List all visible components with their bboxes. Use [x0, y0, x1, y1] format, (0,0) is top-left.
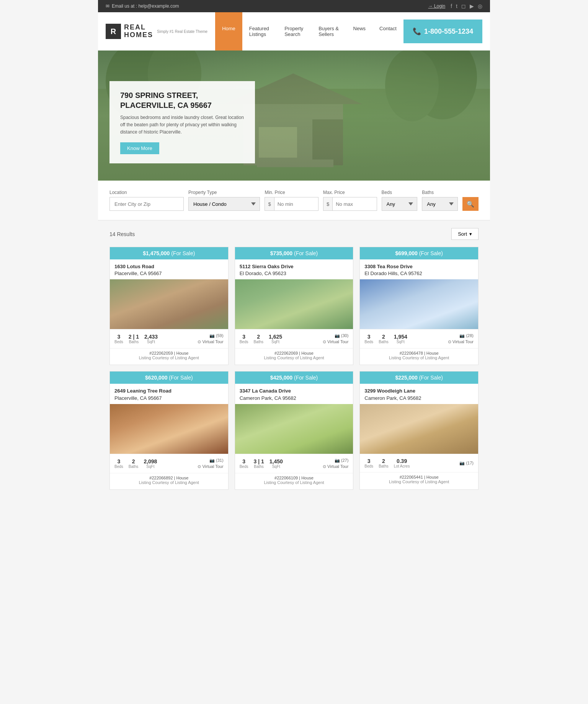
brand-name: REALHOMES	[124, 24, 153, 39]
listing-card[interactable]: $699,000 (For Sale) 3308 Tea Rose Drive …	[359, 247, 479, 365]
results-section: 14 Results Sort ▾ $1,475,000 (For Sale) …	[98, 220, 490, 497]
instagram-icon[interactable]: ◻	[461, 3, 466, 9]
photos-stat: 📷 (30) ⊙ Virtual Tour	[323, 333, 348, 344]
max-price-input[interactable]	[333, 197, 376, 210]
email-text: Email us at : help@example.com	[112, 3, 179, 9]
login-icon: →	[428, 3, 433, 9]
listing-city: El Dorado Hills, CA 95762	[364, 271, 422, 276]
beds-stat: 3 Beds	[114, 458, 123, 469]
results-header: 14 Results Sort ▾	[109, 228, 479, 240]
nav-property-search[interactable]: Property Search	[278, 12, 312, 51]
virtual-tour-icon: ⊙	[323, 464, 326, 469]
listing-meta: #222066478 | House Listing Courtesy of L…	[360, 348, 478, 365]
beds-label: Beds	[114, 464, 123, 469]
baths-stat: 2 Baths	[129, 458, 139, 469]
listing-meta: #222065441 | House Listing Courtesy of L…	[360, 472, 478, 489]
listing-courtesy: Listing Courtesy of Listing Agent	[240, 480, 349, 485]
sqft-label: SqFt	[270, 464, 283, 469]
photos-stat: 📷 (17)	[459, 461, 474, 466]
svg-rect-7	[312, 119, 343, 165]
nav-home[interactable]: Home	[215, 12, 242, 51]
logo-icon: R	[106, 24, 121, 39]
listing-meta: #222066892 | House Listing Courtesy of L…	[110, 473, 228, 489]
phone-icon: 📞	[413, 27, 421, 36]
location-field: Location	[109, 190, 184, 211]
sqft-value: 2,098	[144, 458, 157, 464]
baths-value: 2 | 1	[129, 334, 139, 340]
sort-button[interactable]: Sort ▾	[451, 228, 479, 240]
listing-price: $425,000	[270, 375, 292, 381]
listing-meta: #222062069 | House Listing Courtesy of L…	[235, 348, 353, 365]
listing-image-placeholder	[110, 279, 228, 329]
listing-image-placeholder	[235, 279, 353, 329]
listing-stats: 3 Beds 3 | 1 Baths 1,450 SqFt 📷 (27) ⊙ V…	[235, 454, 353, 473]
listing-meta: #222066109 | House Listing Courtesy of L…	[235, 473, 353, 489]
max-price-input-wrapper: $	[323, 197, 377, 211]
beds-value: 3	[240, 458, 248, 464]
baths-select[interactable]: Any 1 2 3 4+	[422, 197, 458, 211]
sqft-label: SqFt	[269, 340, 282, 344]
beds-value: 3	[364, 458, 373, 464]
listing-card[interactable]: $1,475,000 (For Sale) 1630 Lotus Road Pl…	[109, 247, 229, 365]
listing-status: (For Sale)	[419, 250, 443, 256]
listing-card[interactable]: $225,000 (For Sale) 3299 Woodleigh Lane …	[359, 371, 479, 489]
sqft-label: SqFt	[144, 464, 157, 469]
logo-text: REALHOMES	[124, 24, 153, 39]
camera-icon: 📷	[459, 333, 465, 338]
nav-news[interactable]: News	[346, 12, 373, 51]
min-price-input[interactable]	[274, 197, 318, 210]
listing-price-bar: $1,475,000 (For Sale)	[110, 247, 228, 259]
sqft-label: Lot Acres	[394, 464, 410, 468]
youtube-icon[interactable]: ▶	[470, 3, 474, 9]
know-more-button[interactable]: Know More	[120, 142, 159, 154]
beds-value: 3	[114, 334, 123, 340]
login-button[interactable]: → Login	[428, 3, 446, 9]
nav-contact[interactable]: Contact	[372, 12, 403, 51]
listing-image[interactable]	[360, 279, 478, 329]
listing-price-bar: $225,000 (For Sale)	[360, 372, 478, 384]
virtual-tour-icon: ⊙	[198, 339, 201, 344]
search-section: Location Property Type House / Condo Hou…	[98, 181, 490, 220]
logo[interactable]: R REALHOMES	[106, 18, 153, 45]
listing-price-bar: $699,000 (For Sale)	[360, 247, 478, 259]
nav-featured-listings[interactable]: Featured Listings	[242, 12, 278, 51]
listing-image[interactable]	[235, 279, 353, 329]
baths-stat: 2 Baths	[253, 334, 263, 344]
main-nav: Home Featured Listings Property Search B…	[215, 12, 403, 51]
beds-stat: 3 Beds	[114, 334, 123, 344]
mail-icon: ✉	[106, 3, 109, 9]
search-button[interactable]: 🔍	[462, 197, 479, 211]
listing-image[interactable]	[360, 404, 478, 454]
listing-image[interactable]	[110, 279, 228, 329]
listing-price-bar: $620,000 (For Sale)	[110, 372, 228, 384]
listing-image[interactable]	[235, 404, 353, 454]
listing-price: $620,000	[145, 375, 167, 381]
virtual-tour-icon: ⊙	[448, 339, 451, 344]
beds-label: Beds	[364, 464, 373, 468]
listing-card[interactable]: $425,000 (For Sale) 3347 La Canada Drive…	[235, 371, 354, 489]
nav-buyers-sellers[interactable]: Buyers & Sellers	[312, 12, 346, 51]
facebook-icon[interactable]: f	[451, 3, 452, 9]
listing-card[interactable]: $620,000 (For Sale) 2649 Leaning Tree Ro…	[109, 371, 229, 489]
listing-image[interactable]	[110, 404, 228, 454]
hero-overlay: 790 SPRING STREET, PLACERVILLE, CA 95667…	[109, 81, 255, 163]
virtual-tour-icon: ⊙	[198, 464, 201, 469]
top-bar: ✉ Email us at : help@example.com → Login…	[98, 0, 490, 12]
property-type-select[interactable]: House / Condo House Condo Lot/Acres Mult…	[188, 197, 260, 211]
twitter-icon[interactable]: t	[456, 3, 457, 9]
listing-address: 2649 Leaning Tree Road Placerville, CA 9…	[110, 384, 228, 404]
listing-card[interactable]: $735,000 (For Sale) 5112 Sierra Oaks Dri…	[235, 247, 354, 365]
social-icons: f t ◻ ▶ ◎	[451, 3, 482, 9]
rss-icon[interactable]: ◎	[478, 3, 482, 9]
min-price-field: Min. Price $	[265, 190, 318, 211]
beds-select[interactable]: Any 1 2 3 4 5+	[382, 197, 418, 211]
listing-stats: 3 Beds 2 | 1 Baths 2,433 SqFt 📷 (59) ⊙ V…	[110, 329, 228, 348]
sqft-stat: 1,450 SqFt	[270, 458, 283, 469]
baths-label: Baths	[379, 464, 389, 468]
location-input[interactable]	[109, 197, 184, 211]
location-label: Location	[109, 190, 184, 195]
phone-button[interactable]: 📞 1-800-555-1234	[403, 20, 482, 43]
listing-price: $699,000	[395, 250, 417, 256]
listing-address: 3347 La Canada Drive Cameron Park, CA 95…	[235, 384, 353, 404]
listing-price: $1,475,000	[143, 250, 170, 256]
